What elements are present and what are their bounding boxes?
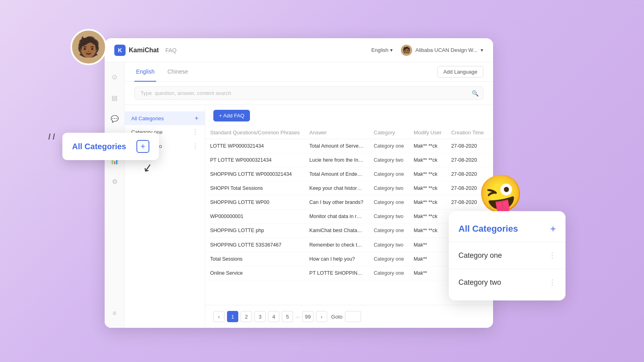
cell-question: SHOPPING LOTTE WP0000321434	[205, 167, 305, 181]
category-two-dots[interactable]: ⋮	[192, 142, 198, 150]
col-answer: Answer	[305, 126, 369, 139]
table-row: LOTTE WP0000321434 Total Amount of Serve…	[205, 139, 493, 153]
language-selector[interactable]: English ▾	[371, 47, 393, 53]
cell-operate: Edit	[489, 139, 493, 153]
col-operate: Operate	[489, 126, 493, 139]
page-goto: Goto	[331, 311, 361, 322]
lang-label: English	[371, 47, 388, 53]
add-language-button[interactable]: Add Language	[437, 66, 483, 78]
squiggle-decoration: / /	[48, 133, 55, 141]
right-panel-add-button[interactable]: +	[550, 223, 556, 234]
logo: K KamiChat FAQ	[114, 45, 177, 56]
col-question: Standard Questions/Common Phrases	[205, 126, 305, 139]
cell-answer: KamiChat best Chatapps..	[305, 224, 369, 238]
avatar: 🧑🏾	[70, 29, 107, 65]
cell-user: Mak**	[409, 252, 446, 266]
right-panel: All Categories + Category one ⋮ Category…	[449, 211, 566, 300]
cell-user: Mak** **ck	[409, 210, 446, 224]
user-menu[interactable]: 🧑🏾 Alibaba UCAN Design W... ▾	[401, 45, 483, 56]
cell-answer: PT LOTTE SHOPPING INDONESIA	[305, 266, 369, 280]
page-3-button[interactable]: 3	[254, 311, 266, 322]
page-5-button[interactable]: 5	[282, 311, 293, 322]
cell-question: WP000000001	[205, 210, 305, 224]
table-toolbar: + Add FAQ	[205, 105, 493, 126]
cell-category: Category two	[369, 153, 409, 167]
right-panel-cat-two[interactable]: Category two ⋮	[449, 272, 566, 292]
right-panel-cat-two-label: Category two	[458, 278, 545, 287]
chevron-down-icon: ▾	[481, 47, 483, 53]
page-2-button[interactable]: 2	[241, 311, 252, 322]
tab-chinese[interactable]: Chinese	[166, 62, 190, 82]
col-time: Creation Time	[446, 126, 489, 139]
goto-input[interactable]	[345, 311, 361, 322]
cell-question: SHOPPING LOTTE WP00	[205, 195, 305, 210]
right-panel-all-cat-label: All Categories	[458, 224, 547, 234]
cell-user: Mak** **ck	[409, 195, 446, 210]
right-panel-all-cat[interactable]: All Categories +	[449, 219, 566, 239]
sidebar-item-list[interactable]: ▤	[108, 91, 121, 104]
col-category: Category	[369, 126, 409, 139]
col-user: Modify User	[409, 126, 446, 139]
cell-user: Mak**	[409, 266, 446, 280]
right-panel-cat-one[interactable]: Category one ⋮	[449, 245, 566, 265]
search-icon: 🔍	[472, 90, 479, 97]
cell-user: Mak** **ck	[409, 139, 446, 153]
page-prev-button[interactable]: ‹	[213, 311, 225, 322]
page-ellipsis: ···	[295, 314, 300, 320]
sidebar-item-settings[interactable]: ⚙	[108, 175, 121, 188]
cell-category: Category one	[369, 252, 409, 266]
content-area: English Chinese Add Language 🔍 All Categ…	[125, 62, 493, 328]
cell-answer: How can I help you?	[305, 252, 369, 266]
app-header: K KamiChat FAQ English ▾ 🧑🏾 Alibaba UCAN…	[105, 38, 493, 62]
cell-time: 27-08-2020	[446, 153, 489, 167]
sidebar-item-home[interactable]: ⊙	[108, 70, 121, 83]
cell-answer: Total Amount of Ended Sessions	[305, 167, 369, 181]
category-all[interactable]: All Categories +	[125, 111, 205, 125]
category-one-dots[interactable]: ⋮	[192, 128, 198, 136]
cell-question: SHOPPING LOTTE php	[205, 224, 305, 238]
table-row: SHOPPING LOTTE WP00 Can I buy other bran…	[205, 195, 493, 210]
body: ⊙ ▤ 💬 👤 📊 ⚙ ≡ English Chinese Add Langua…	[105, 62, 493, 328]
cell-category: Category one	[369, 195, 409, 210]
tab-english[interactable]: English	[134, 62, 156, 82]
page-4-button[interactable]: 4	[268, 311, 279, 322]
app-name: KamiChat	[129, 47, 159, 54]
cell-user: Mak** **ck	[409, 181, 446, 195]
cell-answer: Total Amount of Served Customers	[305, 139, 369, 153]
cell-user: Mak** **ck	[409, 167, 446, 181]
cell-question: Total Sessions	[205, 252, 305, 266]
cell-category: Category one	[369, 139, 409, 153]
cell-user: Mak** **ck	[409, 224, 446, 238]
user-avatar: 🧑🏾	[401, 45, 412, 56]
search-bar: 🔍	[125, 82, 493, 105]
sidebar-item-menu[interactable]: ≡	[108, 307, 121, 320]
sidebar-item-chat[interactable]: 💬	[108, 112, 121, 125]
page-next-button[interactable]: ›	[316, 311, 327, 322]
main-window: K KamiChat FAQ English ▾ 🧑🏾 Alibaba UCAN…	[105, 38, 493, 328]
floating-all-categories: All Categories +	[62, 133, 159, 160]
user-name: Alibaba UCAN Design W...	[415, 47, 477, 53]
table-row: SHOPPING LOTTE WP0000321434 Total Amount…	[205, 167, 493, 181]
table-row: SHOPPI Total Sessions Keep your chat his…	[205, 181, 493, 195]
cell-answer: Lucie here from the Intercom sale	[305, 153, 369, 167]
pagination: ‹ 1 2 3 4 5 ··· 99 › Goto	[205, 305, 493, 328]
cell-question: SHOPPI Total Sessions	[205, 181, 305, 195]
right-panel-cat-two-dots[interactable]: ⋮	[549, 278, 556, 287]
sidebar: ⊙ ▤ 💬 👤 📊 ⚙ ≡	[105, 62, 125, 328]
cell-answer: Monitor chat data in real time	[305, 210, 369, 224]
page-99-button[interactable]: 99	[302, 311, 314, 322]
floating-all-cat-label: All Categories	[72, 142, 132, 151]
cell-user: Mak** **ck	[409, 153, 446, 167]
add-faq-button[interactable]: + Add FAQ	[213, 110, 250, 121]
floating-add-category-button[interactable]: +	[136, 140, 149, 153]
faq-area: All Categories + Category one ⋮ Category…	[125, 105, 493, 328]
add-category-icon[interactable]: +	[195, 115, 198, 122]
right-panel-cat-one-dots[interactable]: ⋮	[549, 251, 556, 260]
goto-label: Goto	[331, 314, 343, 320]
cell-category: Category two	[369, 210, 409, 224]
page-1-button[interactable]: 1	[227, 311, 238, 322]
table-row: PT LOTTE WP0000321434 Lucie here from th…	[205, 153, 493, 167]
cell-category: Category one	[369, 224, 409, 238]
cell-category: Category two	[369, 181, 409, 195]
search-input[interactable]	[134, 86, 483, 100]
